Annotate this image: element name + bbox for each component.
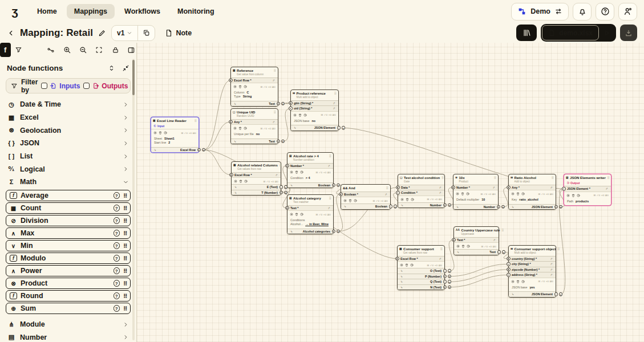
drag-handle-icon[interactable]: ⠿: [123, 306, 127, 312]
help-icon[interactable]: ?: [114, 255, 120, 262]
inputs-checkbox[interactable]: [41, 83, 47, 89]
input-file-button[interactable]: demo.xlsx: [542, 25, 599, 40]
scrollbar-thumb[interactable]: [132, 60, 135, 95]
input-port[interactable]: [229, 79, 233, 83]
add-connection-port[interactable]: [281, 102, 285, 106]
settings-icon[interactable]: [456, 245, 460, 248]
node-drag-handle[interactable]: ⠿: [440, 247, 443, 251]
delete-icon[interactable]: [238, 127, 242, 130]
panel-toggle-button[interactable]: [127, 43, 136, 57]
history-icon[interactable]: [300, 170, 303, 174]
settings-icon[interactable]: [343, 199, 347, 202]
help-icon[interactable]: ?: [114, 305, 120, 312]
input-port[interactable]: [289, 107, 293, 111]
output-port[interactable]: [332, 184, 336, 188]
lock-canvas-button[interactable]: [111, 43, 120, 57]
settings-icon[interactable]: [456, 192, 459, 196]
drag-handle-icon[interactable]: ⠿: [123, 243, 127, 249]
output-port[interactable]: [443, 286, 447, 290]
add-connection-port[interactable]: [448, 275, 452, 279]
input-port[interactable]: [289, 101, 293, 105]
input-port[interactable]: [507, 257, 511, 261]
drag-handle-icon[interactable]: ⠿: [123, 218, 127, 224]
node-csup[interactable]: ▦Consumer supportGet values from row⠿Exc…: [397, 245, 445, 290]
add-connection-port[interactable]: [448, 203, 452, 207]
zoom-out-button[interactable]: [78, 43, 88, 57]
history-icon[interactable]: [300, 213, 303, 216]
add-connection-port[interactable]: [448, 280, 452, 284]
node-cat[interactable]: ▤Alcohol categoryText matcher⠿Text *↱⊞ ✓…: [287, 194, 334, 234]
account-button[interactable]: [618, 3, 637, 21]
settings-icon[interactable]: [400, 263, 403, 267]
drag-handle-icon[interactable]: ⠿: [123, 230, 127, 237]
settings-icon[interactable]: [233, 127, 237, 130]
node-country[interactable]: AACountry Uppercase ruleUppercase⠿Text *…: [453, 226, 499, 255]
filter-tool[interactable]: [14, 43, 23, 57]
help-icon[interactable]: ?: [114, 292, 120, 299]
zoom-in-button[interactable]: [62, 43, 72, 57]
node-writer[interactable]: ▤JSON Elements writer⠿OutputJSON Element…: [564, 174, 611, 206]
delete-icon[interactable]: [349, 199, 352, 202]
output-port[interactable]: [277, 102, 281, 106]
link-tool[interactable]: [46, 43, 56, 57]
input-port[interactable]: [507, 262, 511, 266]
input-port[interactable]: [339, 193, 343, 197]
history-icon[interactable]: [521, 192, 525, 196]
category-math[interactable]: ΣMath: [0, 176, 136, 189]
category-date-time[interactable]: ◷Date & Time: [0, 98, 136, 111]
add-connection-port[interactable]: [502, 250, 506, 254]
category-number[interactable]: ▤Number: [0, 331, 136, 342]
nav-item-monitoring[interactable]: Monitoring: [170, 4, 222, 19]
input-port[interactable]: [396, 186, 400, 190]
node-elr[interactable]: ▦Excel Line Reader⠿Input⊞ ✓0 ×0 ⇉0SheetS…: [151, 117, 199, 153]
library-button[interactable]: [516, 25, 537, 41]
drag-handle-icon[interactable]: ⠿: [123, 293, 127, 299]
filter-inputs-checkbox[interactable]: Inputs: [41, 82, 80, 90]
history-icon[interactable]: [467, 245, 470, 248]
note-button[interactable]: Note: [165, 29, 192, 37]
add-connection-port[interactable]: [342, 126, 346, 130]
settings-icon[interactable]: [566, 194, 570, 197]
output-port[interactable]: [277, 140, 281, 144]
history-icon[interactable]: [244, 127, 247, 130]
function-item-division[interactable]: ⊘Division?⠿: [6, 215, 131, 226]
node-drag-handle[interactable]: ⠿: [386, 186, 388, 190]
help-icon[interactable]: ?: [114, 230, 120, 237]
drag-handle-icon[interactable]: ⠿: [123, 255, 127, 262]
back-button[interactable]: [7, 29, 15, 37]
delete-icon[interactable]: [516, 280, 520, 283]
sidebar-scrollbar[interactable]: [132, 59, 135, 340]
app-logo[interactable]: ʒ: [7, 5, 23, 18]
node-drag-handle[interactable]: ⠿: [334, 92, 337, 95]
output-port[interactable]: [443, 280, 447, 284]
rename-mapping-button[interactable]: [98, 29, 106, 37]
delete-icon[interactable]: [295, 170, 298, 174]
delete-icon[interactable]: [461, 245, 465, 248]
add-connection-port[interactable]: [501, 205, 505, 209]
history-icon[interactable]: [244, 180, 248, 183]
function-item-power[interactable]: ∧Power?⠿: [6, 265, 131, 276]
input-port[interactable]: [285, 164, 289, 168]
nav-item-home[interactable]: Home: [30, 4, 64, 19]
input-port[interactable]: [229, 120, 233, 124]
output-port[interactable]: [443, 203, 447, 207]
settings-icon[interactable]: [290, 213, 293, 216]
node-drag-handle[interactable]: ⠿: [274, 69, 276, 72]
delete-icon[interactable]: [159, 131, 162, 135]
function-item-count[interactable]: ▦Count?⠿: [6, 202, 131, 214]
outputs-checkbox[interactable]: [83, 83, 90, 89]
fit-view-button[interactable]: [94, 43, 104, 57]
add-connection-port[interactable]: [448, 286, 452, 290]
node-drag-handle[interactable]: ⠿: [329, 197, 331, 200]
collapse-icon[interactable]: [122, 64, 129, 72]
settings-icon[interactable]: [290, 170, 293, 174]
settings-icon[interactable]: [511, 192, 515, 196]
category-geolocation[interactable]: ⊛Geolocation: [0, 124, 136, 137]
function-item-max[interactable]: ∧Max?⠿: [6, 227, 131, 239]
category-json[interactable]: { }JSON: [0, 137, 136, 150]
run-button[interactable]: [599, 25, 615, 40]
input-port[interactable]: [396, 191, 400, 195]
notifications-button[interactable]: [573, 3, 592, 21]
output-port[interactable]: [554, 292, 558, 296]
node-drag-handle[interactable]: ⠿: [557, 247, 560, 251]
